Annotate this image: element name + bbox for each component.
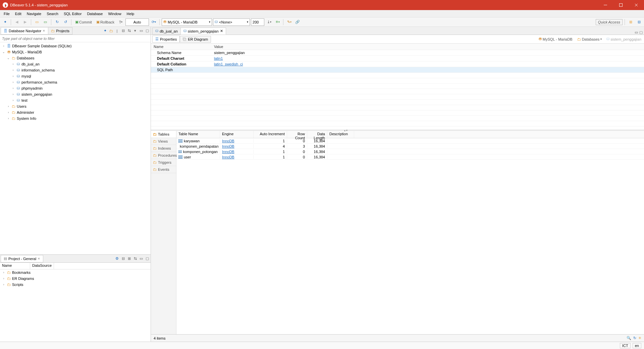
refresh-button[interactable]: ↻: [53, 18, 61, 26]
breadcrumb-connection[interactable]: ⛃MySQL - MariaDB: [537, 36, 574, 42]
link-button[interactable]: 🔗: [294, 18, 301, 26]
menu-sql-editor[interactable]: SQL Editor: [61, 11, 84, 16]
project-col-datasource[interactable]: DataSource: [30, 263, 54, 269]
col-data-length[interactable]: Data Length: [307, 131, 327, 138]
database-dropdown[interactable]: ⛁<None>▾: [213, 18, 250, 26]
tree-database-item[interactable]: ›⛁db_jual_an: [0, 61, 151, 67]
quick-access[interactable]: Quick Access: [596, 19, 623, 25]
property-link[interactable]: latin1: [214, 56, 223, 60]
edit-button[interactable]: ✎▾: [285, 18, 293, 26]
collapse-icon[interactable]: ⊟: [120, 256, 126, 261]
engine-link[interactable]: InnoDB: [222, 144, 234, 148]
engine-link[interactable]: InnoDB: [222, 155, 234, 159]
back-button[interactable]: ◀: [13, 18, 20, 26]
minimize-button[interactable]: [598, 0, 613, 10]
sort-indicator-icon[interactable]: ▴ ▾: [344, 129, 347, 132]
property-row[interactable]: Default Charsetlatin1: [151, 56, 644, 61]
commit-button[interactable]: ▣Commit: [73, 18, 94, 26]
property-row[interactable]: Default Collationlatin1_swedish_ci: [151, 61, 644, 67]
menu-file[interactable]: File: [1, 11, 12, 16]
new-connection-button[interactable]: ✦: [1, 18, 9, 26]
link-editor-icon[interactable]: ⇆: [126, 28, 132, 34]
close-icon[interactable]: ✕: [38, 257, 40, 260]
stop-button[interactable]: ↺: [62, 18, 69, 26]
breadcrumb-schema[interactable]: ⛁sistem_penggajian: [605, 36, 643, 42]
filter-input[interactable]: [0, 35, 151, 42]
status-keyboard[interactable]: en: [633, 343, 641, 348]
auto-commit-dropdown[interactable]: Auto: [125, 18, 149, 26]
props-header-name[interactable]: Name: [151, 44, 211, 50]
tree-administer-folder[interactable]: ›🗀Administer: [0, 109, 151, 115]
project-item[interactable]: ›🗀Scripts: [0, 282, 151, 288]
collapse-icon[interactable]: ⊟: [120, 28, 126, 34]
perspective-switch-button[interactable]: ⊟: [635, 18, 643, 26]
new-sql-script-button[interactable]: ▭: [42, 18, 49, 26]
menu-navigate[interactable]: Navigate: [24, 11, 44, 16]
sql-editor-button[interactable]: ▭: [33, 18, 41, 26]
breadcrumb-databases[interactable]: 🗀Databases▾: [576, 37, 603, 42]
category-procedures[interactable]: 🗀Procedures: [151, 152, 176, 159]
property-row[interactable]: Schema Namesistem_penggajian: [151, 50, 644, 56]
project-list[interactable]: ›🗀Bookmarks›🗀ER Diagrams›🗀Scripts: [0, 269, 151, 342]
table-row[interactable]: karyawanInnoDB1016,384: [176, 138, 644, 144]
status-timezone[interactable]: ICT: [620, 343, 631, 348]
rollback-button[interactable]: ▣Rollback: [95, 18, 116, 26]
tx-mode-button[interactable]: T▾: [117, 18, 124, 26]
property-row[interactable]: SQL Path: [151, 67, 644, 73]
property-link[interactable]: latin1_swedish_ci: [214, 62, 243, 66]
link-editor-icon[interactable]: ⇆: [132, 256, 138, 261]
maximize-panel-icon[interactable]: ▢: [145, 256, 150, 261]
tree-connection-mysql[interactable]: ⌄⛃MySQL - MariaDB: [0, 49, 151, 55]
col-table-name[interactable]: Table Name: [176, 131, 220, 138]
tree-database-item[interactable]: ›⛁sistem_penggajian: [0, 91, 151, 97]
tree-users-folder[interactable]: ›🗀Users: [0, 103, 151, 109]
props-header-value[interactable]: Value: [211, 44, 644, 50]
refresh-icon[interactable]: ↻: [633, 336, 636, 340]
menu-edit[interactable]: Edit: [13, 11, 24, 16]
table-row[interactable]: userInnoDB1016,384: [176, 154, 644, 160]
run-button[interactable]: ✳▾: [274, 18, 281, 26]
project-item[interactable]: ›🗀ER Diagrams: [0, 276, 151, 282]
category-indexes[interactable]: 🗀Indexes: [151, 145, 176, 152]
tab-project-general[interactable]: ▤Project - General✕: [1, 255, 43, 262]
tree-database-item[interactable]: ›⛁mysql: [0, 73, 151, 79]
tab-sistem-penggajian[interactable]: ⛁sistem_penggajian✕: [180, 28, 226, 35]
minimize-panel-icon[interactable]: ▭: [139, 28, 144, 34]
expand-icon[interactable]: ⊞: [126, 256, 132, 261]
project-item[interactable]: ›🗀Bookmarks: [0, 269, 151, 276]
close-icon[interactable]: ✕: [220, 29, 223, 33]
result-limit-input[interactable]: 200: [251, 18, 264, 26]
new-folder-icon[interactable]: 🗀: [108, 28, 114, 34]
save-icon[interactable]: ✳: [638, 336, 641, 340]
close-button[interactable]: [629, 0, 644, 10]
engine-link[interactable]: InnoDB: [222, 150, 234, 154]
subtab-er-diagram[interactable]: ⿻ER Diagram: [180, 36, 211, 43]
minimize-panel-icon[interactable]: ▭: [139, 256, 144, 261]
menu-search[interactable]: Search: [44, 11, 61, 16]
col-description[interactable]: Description: [327, 131, 354, 138]
close-icon[interactable]: ✕: [43, 29, 45, 33]
engine-link[interactable]: InnoDB: [222, 139, 234, 143]
navigator-tree[interactable]: ›🗄DBeaver Sample Database (SQLite) ⌄⛃MyS…: [0, 42, 151, 254]
tab-db-jual-an[interactable]: ⛁db_jual_an: [152, 28, 181, 35]
col-engine[interactable]: Engine: [220, 131, 254, 138]
history-button[interactable]: ⟳▾: [150, 18, 157, 26]
forward-button[interactable]: ▶: [21, 18, 29, 26]
tree-database-item[interactable]: ›⛁performance_schema: [0, 79, 151, 85]
grid-rows[interactable]: karyawanInnoDB1016,384komponen_pendapata…: [176, 138, 644, 334]
subtab-properties[interactable]: ☰Properties: [152, 36, 180, 43]
tree-systeminfo-folder[interactable]: ›🗀System Info: [0, 115, 151, 121]
menu-window[interactable]: Window: [106, 11, 123, 16]
connection-dropdown[interactable]: ⛃MySQL - MariaDB▾: [162, 18, 212, 26]
category-events[interactable]: 🗀Events: [151, 166, 176, 173]
maximize-button[interactable]: [613, 0, 629, 10]
category-tables[interactable]: 🗀Tables: [151, 131, 176, 138]
view-menu-icon[interactable]: ▾: [132, 28, 138, 34]
category-views[interactable]: 🗀Views: [151, 138, 176, 145]
tree-connection-sqlite[interactable]: ›🗄DBeaver Sample Database (SQLite): [0, 43, 151, 49]
perspective-db-button[interactable]: ⊞: [627, 18, 634, 26]
tab-projects[interactable]: 🗀Projects: [48, 27, 72, 35]
tree-database-item[interactable]: ›⛁information_schema: [0, 67, 151, 73]
search-icon[interactable]: 🔍: [627, 336, 631, 340]
fetch-button[interactable]: ⤓▾: [265, 18, 273, 26]
